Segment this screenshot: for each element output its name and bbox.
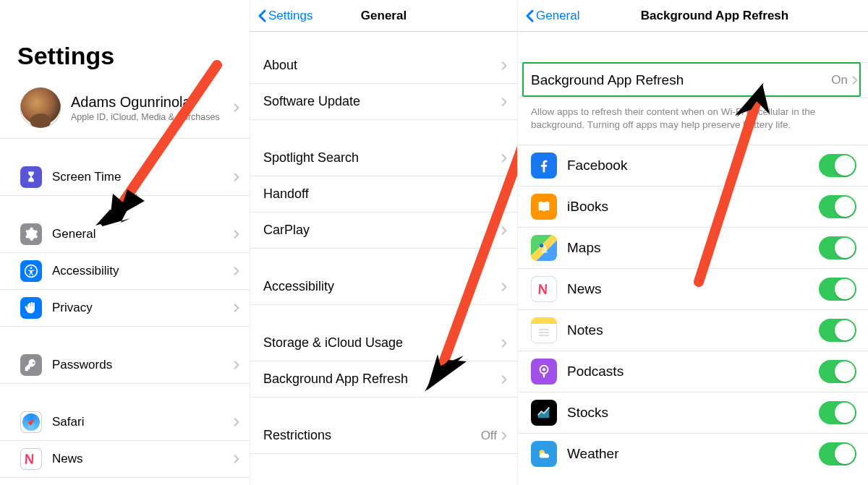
row-restrictions[interactable]: Restrictions Off [250, 418, 517, 454]
profile-row[interactable]: Adams Ogunrinola Apple ID, iCloud, Media… [0, 83, 250, 139]
chevron-right-icon [501, 189, 507, 199]
row-carplay[interactable]: CarPlay [250, 213, 517, 249]
chevron-left-icon [258, 9, 266, 22]
row-storage[interactable]: Storage & iCloud Usage [250, 325, 517, 361]
background-app-refresh-panel: General Background App Refresh Backgroun… [517, 0, 868, 485]
news-icon [531, 276, 557, 302]
safari-icon [20, 411, 42, 433]
chevron-right-icon [501, 282, 507, 292]
app-row-facebook: Facebook [518, 145, 868, 186]
toggle-switch[interactable] [819, 278, 856, 301]
nav-title: General [361, 9, 407, 23]
chevron-right-icon [501, 338, 507, 348]
app-label: Weather [567, 446, 819, 462]
chevron-right-icon [501, 61, 507, 71]
hand-icon [20, 297, 42, 319]
back-button[interactable]: General [525, 9, 579, 23]
chevron-left-icon [525, 9, 534, 22]
sidebar-item-translate[interactable]: Translate [0, 478, 250, 485]
app-row-maps: Maps [518, 228, 868, 269]
back-label: Settings [268, 9, 312, 23]
chevron-right-icon [501, 226, 507, 236]
chevron-right-icon [501, 153, 507, 163]
chevron-right-icon [501, 431, 507, 441]
row-label: Accessibility [52, 264, 234, 278]
app-row-news: News [518, 269, 868, 310]
row-label: About [263, 58, 501, 73]
chevron-right-icon [852, 75, 858, 85]
sidebar-item-screen-time[interactable]: Screen Time [0, 159, 250, 196]
row-label: Handoff [263, 186, 501, 202]
svg-point-1 [30, 267, 33, 269]
toggle-switch[interactable] [819, 195, 856, 218]
row-bg-refresh-master[interactable]: Background App Refresh On [518, 62, 868, 98]
row-background-app-refresh[interactable]: Background App Refresh [250, 361, 517, 398]
ibooks-icon [531, 194, 557, 220]
chevron-right-icon [234, 229, 239, 239]
app-label: Podcasts [567, 364, 819, 379]
sidebar-item-general[interactable]: General [0, 216, 250, 253]
row-spotlight[interactable]: Spotlight Search [250, 140, 517, 176]
toggle-switch[interactable] [819, 401, 856, 424]
sidebar-item-passwords[interactable]: Passwords [0, 347, 250, 384]
app-label: News [567, 281, 819, 297]
svg-point-11 [540, 244, 543, 248]
accessibility-icon [20, 260, 42, 282]
app-label: Facebook [567, 158, 819, 173]
row-about[interactable]: About [250, 48, 517, 84]
notes-icon [531, 317, 557, 343]
app-label: Stocks [567, 405, 819, 421]
row-label: General [52, 227, 234, 241]
row-label: Spotlight Search [263, 150, 501, 166]
app-label: Notes [567, 322, 819, 338]
toggle-switch[interactable] [819, 442, 856, 465]
nav-title: Background App Refresh [641, 9, 788, 23]
row-accessibility[interactable]: Accessibility [250, 269, 517, 305]
toggle-switch[interactable] [819, 360, 856, 383]
toggle-switch[interactable] [819, 236, 856, 259]
row-handoff[interactable]: Handoff [250, 176, 517, 213]
stocks-icon [531, 400, 557, 426]
row-label: News [52, 452, 234, 466]
row-label: Passwords [52, 358, 234, 372]
app-label: iBooks [567, 199, 819, 215]
settings-root-panel: Settings Adams Ogunrinola Apple ID, iClo… [0, 0, 250, 485]
app-row-ibooks: iBooks [518, 186, 868, 228]
weather-icon [531, 441, 557, 467]
gear-icon [20, 223, 42, 245]
chevron-right-icon [234, 303, 239, 313]
news-icon [20, 448, 42, 470]
maps-icon [531, 235, 557, 261]
row-label: Background App Refresh [263, 372, 501, 387]
row-label: Privacy [52, 301, 234, 315]
chevron-right-icon [234, 172, 239, 182]
facebook-icon [531, 153, 557, 179]
hourglass-icon [20, 166, 42, 188]
svg-point-16 [542, 369, 545, 372]
page-title: Settings [17, 42, 250, 70]
app-row-stocks: Stocks [518, 392, 868, 434]
sidebar-item-accessibility[interactable]: Accessibility [0, 253, 250, 290]
avatar [20, 87, 61, 128]
profile-sub: Apple ID, iCloud, Media & Purchases [71, 112, 220, 122]
back-button[interactable]: Settings [258, 9, 312, 23]
navbar: Settings General [250, 0, 517, 32]
row-label: Accessibility [263, 279, 501, 294]
chevron-right-icon [234, 454, 239, 464]
app-row-podcasts: Podcasts [518, 351, 868, 392]
sidebar-item-privacy[interactable]: Privacy [0, 290, 250, 327]
sidebar-item-safari[interactable]: Safari [0, 404, 250, 441]
row-label: Background App Refresh [531, 72, 831, 88]
row-label: CarPlay [263, 223, 501, 238]
chevron-right-icon [234, 103, 239, 113]
chevron-right-icon [501, 97, 507, 107]
chevron-right-icon [234, 360, 239, 370]
row-label: Restrictions [263, 428, 481, 443]
sidebar-item-news[interactable]: News [0, 441, 250, 478]
section-description: Allow apps to refresh their content when… [518, 98, 868, 145]
row-value: Off [481, 429, 497, 443]
toggle-switch[interactable] [819, 154, 856, 177]
row-software-update[interactable]: Software Update [250, 84, 517, 120]
toggle-switch[interactable] [819, 319, 856, 342]
chevron-right-icon [234, 266, 239, 276]
